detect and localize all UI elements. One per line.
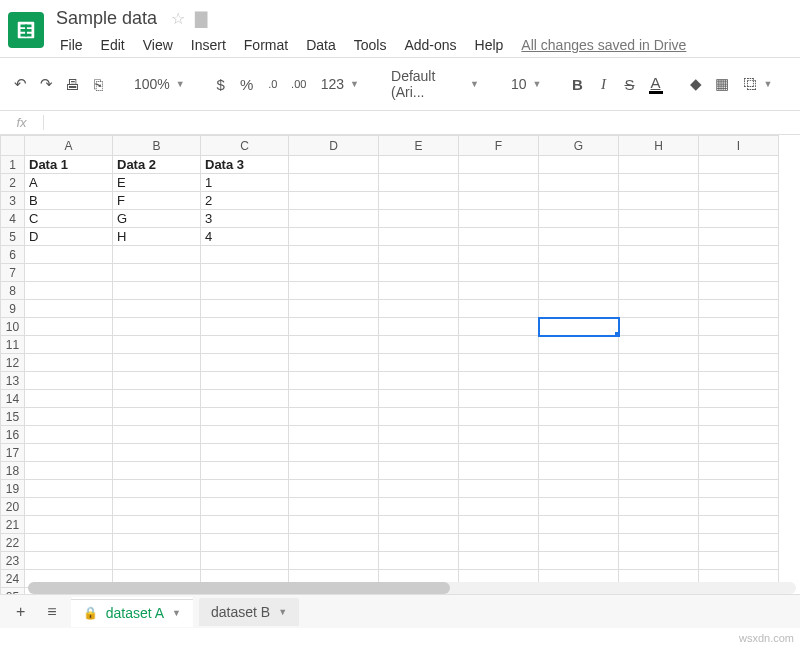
cell[interactable] xyxy=(699,174,779,192)
cell[interactable] xyxy=(289,228,379,246)
format-currency-icon[interactable]: $ xyxy=(211,72,231,97)
cell[interactable] xyxy=(459,300,539,318)
bold-icon[interactable]: B xyxy=(568,72,588,97)
cell[interactable] xyxy=(699,408,779,426)
cell[interactable] xyxy=(539,354,619,372)
cell[interactable] xyxy=(379,390,459,408)
cell[interactable]: F xyxy=(113,192,201,210)
select-all-corner[interactable] xyxy=(1,136,25,156)
decrease-decimal-icon[interactable]: .0 xyxy=(263,74,283,94)
cell[interactable] xyxy=(539,480,619,498)
cell[interactable] xyxy=(289,336,379,354)
menu-insert[interactable]: Insert xyxy=(183,33,234,57)
cell[interactable] xyxy=(539,282,619,300)
cell[interactable] xyxy=(459,264,539,282)
cell[interactable] xyxy=(289,156,379,174)
cell[interactable] xyxy=(113,282,201,300)
row-header[interactable]: 16 xyxy=(1,426,25,444)
cell[interactable] xyxy=(379,552,459,570)
format-percent-icon[interactable]: % xyxy=(237,72,257,97)
cell[interactable] xyxy=(379,372,459,390)
cell[interactable] xyxy=(699,246,779,264)
row-header[interactable]: 20 xyxy=(1,498,25,516)
cell[interactable] xyxy=(459,408,539,426)
cell[interactable] xyxy=(379,480,459,498)
cell[interactable] xyxy=(113,372,201,390)
column-header[interactable]: A xyxy=(25,136,113,156)
cell[interactable] xyxy=(289,318,379,336)
cell[interactable] xyxy=(113,408,201,426)
column-header[interactable]: C xyxy=(201,136,289,156)
cell[interactable] xyxy=(201,246,289,264)
menu-data[interactable]: Data xyxy=(298,33,344,57)
cell[interactable] xyxy=(699,426,779,444)
cell[interactable] xyxy=(201,462,289,480)
cell[interactable] xyxy=(379,426,459,444)
cell[interactable] xyxy=(539,264,619,282)
cell[interactable] xyxy=(379,534,459,552)
cell[interactable] xyxy=(289,552,379,570)
cell[interactable] xyxy=(113,390,201,408)
cell[interactable] xyxy=(699,534,779,552)
cell[interactable] xyxy=(619,552,699,570)
cell[interactable] xyxy=(539,552,619,570)
cell[interactable] xyxy=(113,444,201,462)
cell[interactable] xyxy=(289,264,379,282)
cell[interactable] xyxy=(289,354,379,372)
cell[interactable] xyxy=(289,300,379,318)
cell[interactable] xyxy=(619,390,699,408)
cell[interactable] xyxy=(619,354,699,372)
cell[interactable] xyxy=(619,408,699,426)
menu-file[interactable]: File xyxy=(52,33,91,57)
cell[interactable]: A xyxy=(25,174,113,192)
row-header[interactable]: 19 xyxy=(1,480,25,498)
cell[interactable] xyxy=(25,390,113,408)
cell[interactable] xyxy=(619,156,699,174)
cell[interactable] xyxy=(25,372,113,390)
doc-title[interactable]: Sample data xyxy=(52,6,161,31)
cell[interactable] xyxy=(379,462,459,480)
cell[interactable] xyxy=(539,228,619,246)
cell[interactable] xyxy=(619,228,699,246)
cell[interactable] xyxy=(201,336,289,354)
paint-format-icon[interactable]: ⎘ xyxy=(88,72,108,97)
all-sheets-button[interactable]: ≡ xyxy=(39,597,64,627)
undo-icon[interactable]: ↶ xyxy=(10,71,30,97)
move-folder-icon[interactable]: ▇ xyxy=(195,9,207,28)
cell[interactable] xyxy=(459,552,539,570)
fill-color-icon[interactable]: ◆ xyxy=(686,71,706,97)
cell[interactable] xyxy=(25,534,113,552)
row-header[interactable]: 5 xyxy=(1,228,25,246)
column-header[interactable]: B xyxy=(113,136,201,156)
cell[interactable] xyxy=(699,156,779,174)
cell[interactable] xyxy=(25,246,113,264)
cell[interactable] xyxy=(289,516,379,534)
cell[interactable] xyxy=(289,408,379,426)
spreadsheet-grid[interactable]: ABCDEFGHI1Data 1Data 2Data 32AE13BF24CG3… xyxy=(0,135,800,635)
tab-menu-caret-icon[interactable]: ▼ xyxy=(278,607,287,617)
cell[interactable] xyxy=(539,498,619,516)
cell[interactable]: C xyxy=(25,210,113,228)
cell[interactable] xyxy=(699,354,779,372)
zoom-combo[interactable]: 100%▼ xyxy=(128,72,191,96)
tab-menu-caret-icon[interactable]: ▼ xyxy=(172,608,181,618)
cell[interactable] xyxy=(539,246,619,264)
cell[interactable] xyxy=(619,498,699,516)
cell[interactable]: G xyxy=(113,210,201,228)
row-header[interactable]: 14 xyxy=(1,390,25,408)
cell[interactable] xyxy=(25,408,113,426)
cell[interactable] xyxy=(379,264,459,282)
formula-input[interactable] xyxy=(44,121,800,125)
font-combo[interactable]: Default (Ari...▼ xyxy=(385,64,485,104)
menu-tools[interactable]: Tools xyxy=(346,33,395,57)
cell[interactable] xyxy=(201,516,289,534)
cell[interactable] xyxy=(113,354,201,372)
cell[interactable] xyxy=(699,462,779,480)
menu-addons[interactable]: Add-ons xyxy=(396,33,464,57)
cell[interactable] xyxy=(113,264,201,282)
cell[interactable] xyxy=(539,408,619,426)
print-icon[interactable]: 🖶 xyxy=(62,72,82,97)
cell[interactable] xyxy=(459,156,539,174)
cell[interactable] xyxy=(289,534,379,552)
cell[interactable] xyxy=(201,318,289,336)
